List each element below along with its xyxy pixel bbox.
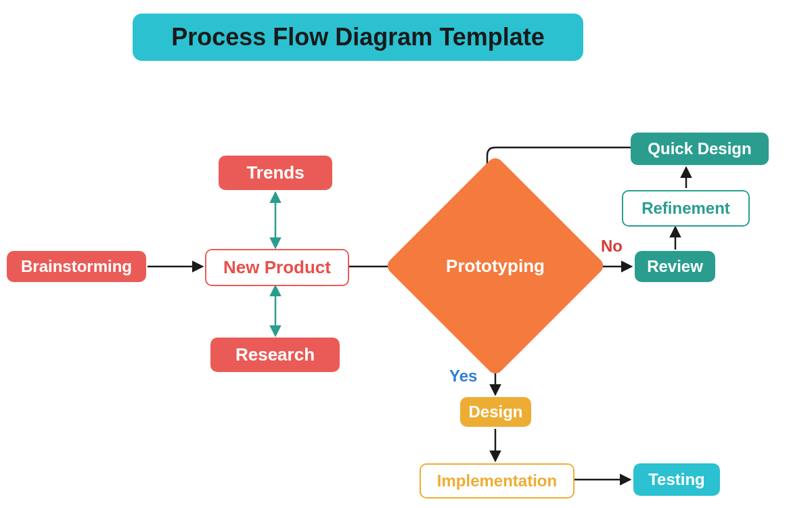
title-text: Process Flow Diagram Template — [171, 23, 545, 51]
node-design: Design — [460, 397, 531, 427]
node-testing: Testing — [633, 463, 720, 496]
node-label: Implementation — [437, 471, 557, 490]
node-refinement: Refinement — [622, 190, 750, 227]
node-trends: Trends — [219, 156, 332, 190]
node-label: Prototyping — [417, 187, 574, 344]
node-brainstorming: Brainstorming — [7, 251, 146, 282]
node-label: Brainstorming — [21, 257, 132, 276]
node-label: New Product — [223, 257, 331, 278]
node-label: Refinement — [641, 199, 730, 218]
title-banner: Process Flow Diagram Template — [133, 14, 583, 61]
edge-label-no: No — [601, 237, 623, 256]
node-implementation: Implementation — [420, 463, 574, 499]
node-label: Quick Design — [648, 139, 751, 158]
edge-label-yes: Yes — [449, 367, 477, 386]
node-quick-design: Quick Design — [631, 133, 769, 165]
node-label: Design — [468, 402, 522, 421]
node-new-product: New Product — [205, 249, 349, 286]
node-label: Trends — [246, 162, 304, 183]
node-label: Review — [647, 257, 703, 276]
node-label: Research — [235, 344, 315, 365]
node-research: Research — [210, 338, 340, 372]
node-label: Testing — [648, 470, 705, 489]
node-review: Review — [635, 251, 715, 282]
diagram-canvas: Process Flow Diagram Template — [0, 0, 812, 508]
node-prototyping: Prototyping — [417, 187, 574, 344]
